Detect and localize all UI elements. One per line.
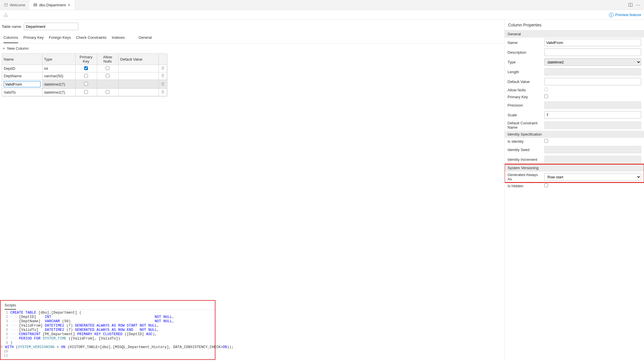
- prop-name-label: Name: [508, 40, 542, 45]
- prop-gaa-label: Generated Always As: [508, 173, 542, 181]
- cell-name[interactable]: DeptID: [2, 65, 42, 72]
- col-header-nulls: Allow Nulls: [97, 54, 118, 65]
- designer-tabs: Columns Primary Key Foreign Keys Check C…: [0, 33, 504, 43]
- split-editor-icon[interactable]: [628, 2, 633, 7]
- table-name-input[interactable]: [24, 23, 78, 30]
- column-name-input[interactable]: [4, 81, 41, 87]
- cell-pk[interactable]: [75, 89, 97, 96]
- trash-icon[interactable]: [161, 90, 165, 95]
- columns-header-row: Name Type Primary Key Allow Nulls Defaul…: [2, 54, 167, 65]
- trash-icon[interactable]: [161, 74, 165, 78]
- cell-type[interactable]: int: [42, 65, 75, 72]
- sql-editor[interactable]: 1CREATE TABLE [dbo].[Department] (2····[…: [1, 310, 215, 359]
- cell-type[interactable]: varchar(50): [42, 72, 75, 80]
- cell-delete[interactable]: [159, 72, 167, 80]
- preview-feature-label: Preview feature: [615, 13, 641, 17]
- prop-scale-input[interactable]: [544, 111, 641, 119]
- prop-desc-input[interactable]: [544, 49, 641, 56]
- prop-name-input[interactable]: [544, 39, 641, 46]
- column-properties-pane: Column Properties General Name Descripti…: [504, 20, 644, 361]
- table-row[interactable]: DeptNamevarchar(50): [2, 72, 167, 80]
- cell-pk[interactable]: [75, 65, 97, 72]
- col-header-default: Default Value: [118, 54, 159, 65]
- prop-type-label: Type: [508, 60, 542, 64]
- tabbar-actions: ⋯: [628, 2, 644, 7]
- prop-length-input: [544, 68, 641, 76]
- svg-rect-0: [5, 3, 7, 6]
- table-row[interactable]: datetime2(7): [2, 80, 167, 89]
- col-header-name: Name: [2, 54, 42, 65]
- main-split: Table name Columns Primary Key Foreign K…: [0, 20, 644, 361]
- designer-pane: Table name Columns Primary Key Foreign K…: [0, 20, 504, 361]
- tab-columns[interactable]: Columns: [3, 33, 18, 43]
- cell-default[interactable]: [118, 80, 159, 89]
- pk-checkbox[interactable]: [84, 66, 88, 70]
- cell-nulls[interactable]: [97, 72, 118, 80]
- publish-icon[interactable]: [3, 12, 9, 18]
- cell-name[interactable]: DeptName: [2, 72, 42, 80]
- new-column-button[interactable]: ＋ New Column: [2, 46, 28, 51]
- cell-type[interactable]: datetime2(7): [42, 89, 75, 96]
- cell-name[interactable]: [2, 80, 42, 89]
- more-icon[interactable]: ⋯: [635, 2, 641, 7]
- cell-nulls[interactable]: [97, 80, 118, 89]
- trash-icon[interactable]: [161, 67, 165, 71]
- nulls-checkbox[interactable]: [106, 66, 109, 70]
- col-header-type: Type: [42, 54, 75, 65]
- table-name-row: Table name: [0, 20, 504, 33]
- table-row[interactable]: ValidTodatetime2(7): [2, 89, 167, 96]
- prop-type-select[interactable]: datetime2: [544, 58, 641, 66]
- pk-checkbox[interactable]: [84, 74, 88, 78]
- prop-scale-label: Scale: [508, 113, 542, 117]
- tab-dbo-department[interactable]: dbo.Department ✕: [29, 0, 75, 10]
- prop-nulls-checkbox: [544, 88, 548, 91]
- tab-general[interactable]: General: [138, 33, 152, 43]
- tab-welcome[interactable]: Welcome: [0, 0, 29, 10]
- table-name-label: Table name: [2, 24, 21, 29]
- prop-seed-input: [544, 146, 641, 153]
- cell-nulls[interactable]: [97, 89, 118, 96]
- nulls-checkbox[interactable]: [106, 90, 109, 94]
- prop-default-input[interactable]: [544, 78, 641, 85]
- scripts-tab[interactable]: Scripts: [5, 303, 16, 310]
- column-properties-title: Column Properties: [505, 20, 644, 30]
- close-icon[interactable]: ✕: [68, 3, 71, 7]
- cell-delete[interactable]: [159, 80, 167, 89]
- col-header-pk: Primary Key: [75, 54, 97, 65]
- prop-pk-checkbox[interactable]: [544, 94, 548, 98]
- table-row[interactable]: DeptIDint: [2, 65, 167, 72]
- tab-dbo-label: dbo.Department: [39, 3, 66, 7]
- pk-checkbox[interactable]: [84, 90, 88, 94]
- cell-nulls[interactable]: [97, 65, 118, 72]
- prop-gaa-select[interactable]: Row start: [544, 173, 641, 181]
- nulls-checkbox[interactable]: [106, 74, 109, 78]
- cell-delete[interactable]: [159, 65, 167, 72]
- tab-primary-key[interactable]: Primary Key: [23, 33, 44, 43]
- prop-incr-label: Identity Increment: [508, 157, 542, 162]
- tab-check-constraints[interactable]: Check Constraints: [76, 33, 107, 43]
- tab-foreign-keys[interactable]: Foreign Keys: [49, 33, 71, 43]
- cell-pk[interactable]: [75, 72, 97, 80]
- system-versioning-highlight: System Versioning Generated Always As Ro…: [505, 164, 644, 182]
- cell-type[interactable]: datetime2(7): [42, 80, 75, 89]
- cell-name[interactable]: ValidTo: [2, 89, 42, 96]
- cell-default[interactable]: [118, 89, 159, 96]
- tab-indexes[interactable]: Indexes: [112, 33, 125, 43]
- prop-isidentity-checkbox[interactable]: [544, 139, 548, 143]
- editor-tabbar: Welcome dbo.Department ✕ ⋯: [0, 0, 644, 10]
- welcome-icon: [4, 3, 8, 7]
- plus-icon: ＋: [2, 46, 6, 51]
- scripts-panel: Scripts 1CREATE TABLE [dbo].[Department]…: [0, 300, 215, 360]
- cell-delete[interactable]: [159, 89, 167, 96]
- pk-checkbox[interactable]: [84, 82, 88, 86]
- preview-feature-link[interactable]: i Preview feature: [609, 13, 641, 17]
- prop-dcn-input: [544, 121, 641, 129]
- nulls-checkbox: [106, 82, 109, 86]
- prop-hidden-checkbox[interactable]: [544, 184, 548, 187]
- cell-default[interactable]: [118, 65, 159, 72]
- cell-pk[interactable]: [75, 80, 97, 89]
- section-identity: Identity Specification: [505, 131, 644, 138]
- prop-incr-input: [544, 156, 641, 163]
- cell-default[interactable]: [118, 72, 159, 80]
- trash-icon[interactable]: [161, 82, 165, 87]
